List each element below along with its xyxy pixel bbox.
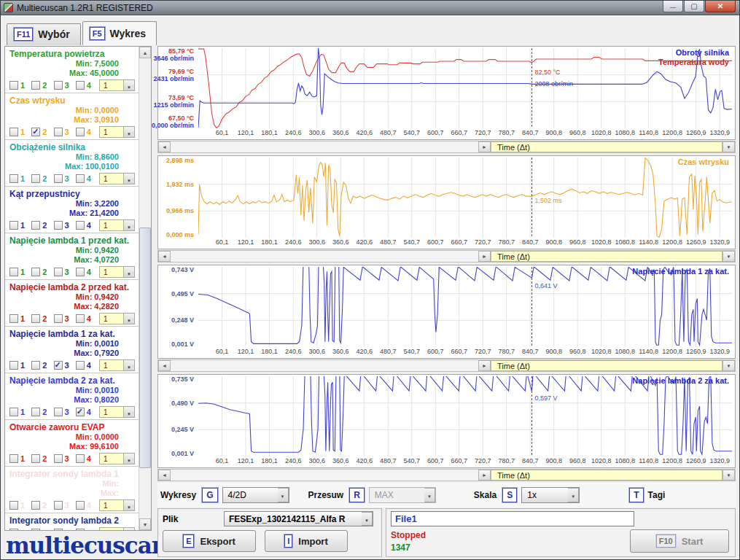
scroll-left-button[interactable]	[158, 141, 171, 152]
channel-checkbox-1[interactable]	[9, 174, 18, 183]
chart-plot-box[interactable]: 2,898 ms1,932 ms0,966 ms0,000 ms1,502 ms…	[157, 155, 736, 249]
channel-checkbox-1[interactable]	[9, 268, 18, 276]
maximize-button[interactable]	[684, 1, 704, 12]
sidebar-scroll-down-button[interactable]	[139, 518, 151, 530]
minimize-button[interactable]	[663, 1, 683, 12]
channel-checkbox-3[interactable]	[54, 268, 63, 276]
tab-wybor[interactable]: F11 Wybór	[7, 23, 81, 45]
chart-plot[interactable]: 0,641 V	[198, 267, 732, 347]
channel-checkbox-3[interactable]	[54, 408, 63, 416]
channel-checkbox-3[interactable]	[54, 174, 63, 183]
channel-checkbox-3[interactable]	[54, 128, 63, 136]
file-name-input[interactable]: File1	[391, 511, 634, 526]
channel-checkbox-4[interactable]	[76, 454, 85, 463]
channel-checkbox-3[interactable]	[54, 454, 63, 463]
channel-checkbox-2[interactable]	[31, 408, 40, 416]
scale-select-arrow[interactable]	[124, 173, 135, 184]
channel-checkbox-4[interactable]	[76, 221, 85, 230]
scale-select-arrow[interactable]	[124, 453, 135, 464]
channel-checkbox-4[interactable]	[76, 174, 85, 183]
channel-checkbox-2[interactable]	[31, 174, 40, 183]
x-axis-selector[interactable]: Time (Δt)	[491, 251, 723, 262]
x-axis-selector-arrow[interactable]	[723, 360, 735, 371]
channel-checkbox-3[interactable]	[54, 81, 63, 90]
scale-select[interactable]: 1	[99, 453, 135, 464]
plik-select[interactable]: FESExp_1302142115_Alfa R	[224, 511, 373, 526]
scale-select-arrow[interactable]	[124, 499, 135, 511]
channel-checkbox-3[interactable]	[54, 314, 63, 323]
scale-select-arrow[interactable]	[124, 219, 135, 231]
scale-select[interactable]: 1	[99, 126, 135, 138]
x-axis-selector[interactable]: Time (Δt)	[491, 141, 723, 152]
scale-select-arrow[interactable]	[124, 527, 135, 530]
scrollbar-track[interactable]	[171, 251, 478, 262]
chart-plot[interactable]: 82,50 °C2008 obr/min	[198, 48, 732, 128]
scale-select-arrow[interactable]	[124, 406, 135, 418]
channel-checkbox-1[interactable]	[9, 454, 18, 463]
channel-checkbox-4[interactable]	[76, 529, 85, 530]
scale-select-arrow[interactable]	[124, 266, 135, 278]
scrollbar-track[interactable]	[171, 470, 478, 481]
import-button[interactable]: I Import	[265, 530, 348, 552]
skala-select[interactable]: 1x	[521, 487, 580, 503]
channel-checkbox-2[interactable]	[31, 454, 40, 463]
channel-checkbox-4[interactable]	[76, 408, 85, 416]
scale-select-arrow[interactable]	[124, 313, 135, 324]
eksport-button[interactable]: E Eksport	[163, 530, 256, 552]
channel-checkbox-3[interactable]	[54, 221, 63, 230]
scroll-left-button[interactable]	[158, 470, 171, 481]
scale-select[interactable]: 1	[99, 219, 135, 231]
channel-checkbox-2[interactable]	[31, 361, 40, 370]
tab-wykres[interactable]: F5 Wykres	[82, 21, 157, 45]
channel-checkbox-4[interactable]	[76, 128, 85, 136]
scale-select[interactable]: 1	[99, 79, 135, 91]
scale-select[interactable]: 1	[99, 313, 135, 324]
channel-checkbox-4[interactable]	[76, 81, 85, 90]
przesuw-select-arrow[interactable]	[424, 488, 435, 502]
plik-select-arrow[interactable]	[362, 512, 373, 526]
channel-checkbox-2[interactable]	[31, 314, 40, 323]
channel-checkbox-1[interactable]	[9, 128, 18, 136]
sidebar-scroll-up-button[interactable]	[139, 47, 151, 58]
chart-plot[interactable]: 0,597 V	[198, 376, 732, 456]
channel-checkbox-1[interactable]	[9, 81, 18, 90]
sidebar-scrollbar[interactable]	[139, 47, 151, 530]
channel-checkbox-2[interactable]	[31, 501, 40, 510]
scale-select[interactable]: 1	[99, 527, 135, 530]
scale-select-arrow[interactable]	[124, 79, 135, 91]
channel-checkbox-1[interactable]	[9, 314, 18, 323]
channel-checkbox-1[interactable]	[9, 408, 18, 416]
x-axis-selector-arrow[interactable]	[723, 251, 735, 262]
channel-checkbox-3[interactable]	[54, 361, 63, 370]
channel-checkbox-4[interactable]	[76, 314, 85, 323]
start-button[interactable]: F10 Start	[630, 529, 729, 553]
x-axis-selector[interactable]: Time (Δt)	[491, 470, 723, 481]
chart-plot-box[interactable]: 0,735 V0,490 V0,245 V0,001 V0,597 VNapię…	[157, 374, 736, 468]
channel-checkbox-1[interactable]	[9, 501, 18, 510]
scale-select[interactable]: 1	[99, 499, 135, 511]
channel-checkbox-2[interactable]	[31, 81, 40, 90]
scroll-left-button[interactable]	[158, 251, 171, 262]
chart-plot-box[interactable]: 85,79 °C3646 obr/min79,69 °C2431 obr/min…	[157, 46, 736, 140]
chart-plot-box[interactable]: 0,743 V0,495 V0,248 V0,001 V0,641 VNapię…	[157, 265, 736, 359]
channel-checkbox-3[interactable]	[54, 501, 63, 510]
sidebar-scrollbar-thumb[interactable]	[139, 228, 151, 468]
channel-checkbox-4[interactable]	[76, 501, 85, 510]
scrollbar-track[interactable]	[171, 360, 478, 371]
channel-checkbox-1[interactable]	[9, 221, 18, 230]
channel-checkbox-3[interactable]	[54, 529, 63, 530]
scale-select[interactable]: 1	[99, 266, 135, 278]
scale-select[interactable]: 1	[99, 359, 135, 371]
channel-checkbox-2[interactable]	[31, 268, 40, 276]
scroll-left-button[interactable]	[158, 360, 171, 371]
x-axis-selector-arrow[interactable]	[723, 141, 735, 152]
scale-select-arrow[interactable]	[124, 359, 135, 371]
channel-checkbox-2[interactable]	[31, 128, 40, 136]
wykresy-select[interactable]: 4/2D	[222, 487, 289, 503]
scale-select[interactable]: 1	[99, 173, 135, 184]
channel-checkbox-1[interactable]	[9, 361, 18, 370]
x-axis-selector-arrow[interactable]	[723, 470, 735, 481]
channel-checkbox-2[interactable]	[31, 221, 40, 230]
channel-checkbox-4[interactable]	[76, 361, 85, 370]
scale-select[interactable]: 1	[99, 406, 135, 418]
